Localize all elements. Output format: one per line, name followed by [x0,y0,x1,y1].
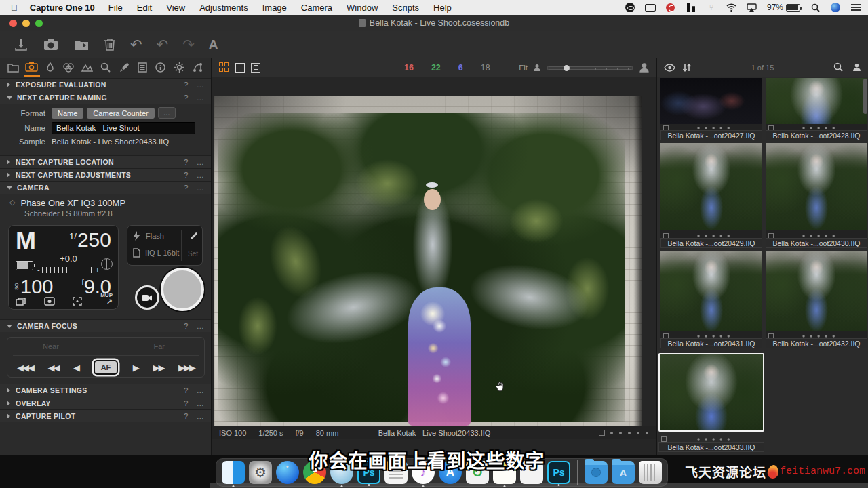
tab-settings-gear-icon[interactable] [171,59,187,77]
edit-pen-icon[interactable] [189,232,197,241]
section-exposure-evaluation[interactable]: EXPOSURE EVALUATION ? … [0,78,211,91]
more-icon[interactable]: … [197,412,204,420]
siri-icon[interactable] [830,3,841,12]
count-blue[interactable]: 6 [458,63,463,73]
focus-far-small-button[interactable]: ▶ [133,363,138,373]
creative-cloud-icon[interactable] [625,3,635,12]
camera-refresh-icon[interactable]: ◇ [9,198,15,208]
dock-system-preferences-icon[interactable]: ⚙ [249,461,272,484]
live-view-button[interactable] [135,285,159,310]
name-input[interactable] [52,122,195,134]
thumb-rating[interactable] [697,235,730,237]
reset-adjustments-icon[interactable]: ↶ [130,37,142,52]
help-icon[interactable]: ? [184,322,188,330]
metering-icon[interactable] [44,297,55,306]
menu-image[interactable]: Image [262,3,287,13]
thumb-rating[interactable] [802,335,835,337]
help-icon[interactable]: ? [184,171,188,179]
more-icon[interactable]: … [197,158,204,166]
thumb-rating[interactable] [697,127,730,129]
focus-near-small-button[interactable]: ◀ [73,363,79,373]
more-icon[interactable]: … [197,322,204,330]
blocks-menu-icon[interactable] [686,3,696,12]
more-icon[interactable]: … [197,171,204,179]
set-button[interactable]: Set [188,250,198,258]
section-next-capture-adjustments[interactable]: NEXT CAPTURE ADJUSTMENTS ? … [0,168,211,181]
drive-mode-icon[interactable] [16,297,26,306]
more-icon[interactable]: … [197,94,204,102]
tab-color-icon[interactable] [60,59,77,77]
delete-button[interactable] [104,37,116,52]
dock-finder-icon[interactable] [222,461,245,484]
section-next-capture-location[interactable]: NEXT CAPTURE LOCATION ? … [0,155,211,168]
airplay-icon[interactable] [747,3,757,12]
color-tag-checkbox[interactable] [599,430,605,436]
thumbnail[interactable]: Bella Kotak -...oot20428.IIQ [766,78,867,140]
autofocus-button[interactable]: AF [94,360,119,375]
help-icon[interactable]: ? [184,94,188,102]
star-rating[interactable] [610,432,650,434]
tab-adjustments-brush-icon[interactable] [116,59,132,77]
thumbnail-selected[interactable] [658,353,764,432]
thumbnail[interactable]: Bella Kotak -...oot20431.IIQ [660,251,762,348]
tab-process-icon[interactable] [189,59,205,77]
viewer-image[interactable] [214,96,642,426]
filter-search-icon[interactable] [833,62,844,73]
menu-adjustments[interactable]: Adjustments [199,3,248,13]
count-gray[interactable]: 18 [481,63,490,73]
more-icon[interactable]: … [197,184,204,192]
thumb-rating[interactable] [802,127,835,129]
menu-camera[interactable]: Camera [301,3,332,13]
file-format-label[interactable]: IIQ L 16bit [145,249,179,257]
more-icon[interactable]: … [197,399,204,407]
dock-downloads-folder-icon[interactable] [585,461,608,484]
bluetooth-icon[interactable]: ⑂ [706,3,717,12]
menu-file[interactable]: File [108,3,123,13]
proof-margin-icon[interactable] [251,63,260,73]
help-icon[interactable]: ? [184,399,188,407]
notification-center-icon[interactable] [850,3,861,12]
count-red[interactable]: 16 [404,63,414,73]
undo-icon[interactable]: ↶ [157,37,169,52]
close-window-button[interactable] [9,20,17,27]
capture-shutter-button[interactable] [161,268,204,311]
section-camera[interactable]: CAMERA ? … [0,181,211,194]
zoom-slider-thumb[interactable] [564,65,570,71]
section-overlay[interactable]: OVERLAY ? … [0,396,211,409]
dock-photoshop2-icon[interactable]: Ps [547,461,570,484]
zoom-slider[interactable] [547,66,633,70]
spotlight-search-icon[interactable] [810,3,821,12]
thumb-rating[interactable] [697,438,730,440]
single-view-icon[interactable] [235,63,245,73]
focus-far-medium-button[interactable]: ▶▶ [153,363,163,373]
help-icon[interactable]: ? [184,158,188,166]
section-camera-focus[interactable]: CAMERA FOCUS ? … [0,319,211,332]
minimize-window-button[interactable] [22,20,30,27]
tab-metadata-list-icon[interactable] [134,59,151,77]
tab-info-icon[interactable] [153,59,169,77]
multi-view-icon[interactable] [219,62,229,73]
focus-point-icon[interactable] [72,297,83,306]
tab-capture-camera-icon[interactable] [24,59,40,77]
thumbnail[interactable]: Bella Kotak -...oot20429.IIQ [660,143,762,248]
dock-applications-folder-icon[interactable]: A [612,461,635,484]
styles-icon[interactable]: A [209,37,218,52]
browser-scrollbar[interactable] [863,79,867,114]
menu-view[interactable]: View [166,3,185,13]
tab-lens-icon[interactable] [42,59,58,77]
tab-exposure-icon[interactable] [79,59,95,77]
menu-edit[interactable]: Edit [137,3,152,13]
preview-eye-icon[interactable] [664,64,675,72]
format-token-counter[interactable]: Camera Counter [87,108,154,119]
help-icon[interactable]: ? [184,184,188,192]
fit-label[interactable]: Fit [519,64,528,72]
ev-value[interactable]: +0.0 [41,253,96,264]
section-next-capture-naming[interactable]: NEXT CAPTURE NAMING ? … [0,91,211,104]
tab-library-folder-icon[interactable] [5,59,22,77]
sort-icon[interactable] [682,63,692,73]
redo-icon[interactable]: ↷ [182,37,195,52]
shutter-speed[interactable]: 1/ 250 [69,230,111,250]
thumb-checkbox[interactable] [661,436,667,442]
thumbnail[interactable]: Bella Kotak -...oot20427.IIQ [660,78,762,140]
mirror-up-indicator[interactable]: MUP↗ [100,293,113,306]
